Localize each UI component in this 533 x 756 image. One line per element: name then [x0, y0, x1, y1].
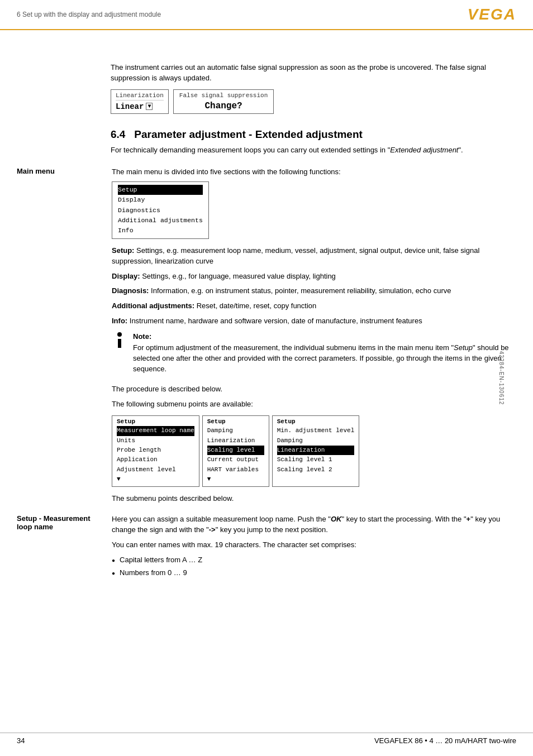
side-text: 42284-EN-130612	[498, 351, 505, 405]
setup-measurement-text1: Here you can assign a suitable measureme…	[112, 514, 516, 535]
lcd-false-signal: False signal suppression Change?	[173, 89, 274, 114]
lcd-container: Linearization Linear ▼ False signal supp…	[111, 89, 516, 114]
setup-italic: Setup	[454, 343, 473, 352]
panel3-item-2: Damping	[277, 436, 355, 446]
panel3-item-3: Linearization	[277, 446, 355, 455]
panel1-item-2: Units	[117, 436, 194, 446]
intro-paragraph: The instrument carries out an automatic …	[111, 63, 516, 84]
menu-item-setup: Setup	[118, 185, 203, 195]
def-display-desc: Settings, e.g., for language, measured v…	[142, 272, 336, 280]
panel1-title: Setup	[117, 418, 194, 425]
submenu-panel-1: Setup Measurement loop name Units Probe …	[112, 415, 199, 487]
section-number: 6.4	[111, 128, 125, 140]
ok-key: OK	[331, 515, 342, 523]
vega-logo: VEGA	[468, 6, 516, 23]
def-setup: Setup: Settings, e.g. measurement loop n…	[112, 246, 516, 267]
footer-product: VEGAFLEX 86 • 4 … 20 mA/HART two-wire	[374, 736, 516, 745]
panel2-item-4: Current output	[207, 455, 264, 465]
arrow-key: ->	[209, 525, 216, 534]
left-col-setup: Setup - Measurementloop name	[17, 514, 106, 581]
section-title: Parameter adjustment - Extended adjustme…	[134, 128, 363, 140]
def-diagnosis-desc: Information, e.g. on instrument status, …	[151, 286, 451, 295]
def-info-term: Info:	[112, 317, 127, 325]
main-menu-section: Main menu The main menu is divided into …	[17, 167, 516, 509]
bullet-item-1: Capital letters from A … Z	[112, 555, 516, 566]
panel3-item-5: Scaling level 2	[277, 465, 355, 475]
setup-measurement-section: Setup - Measurementloop name Here you ca…	[17, 514, 516, 581]
menu-item-info: Info	[118, 226, 203, 236]
plus-key: +	[467, 515, 471, 523]
extended-adjustment-italic: Extended adjustment	[390, 146, 458, 154]
panel3-title: Setup	[277, 418, 355, 425]
def-additional-desc: Reset, date/time, reset, copy function	[197, 302, 317, 310]
note-dot	[117, 332, 122, 337]
footer-page: 34	[17, 736, 25, 745]
def-diagnosis: Diagnosis: Information, e.g. on instrume…	[112, 286, 516, 296]
panel1-item-3: Probe length	[117, 446, 194, 455]
panel2-item-1: Damping	[207, 426, 264, 436]
def-info: Info: Instrument name, hardware and soft…	[112, 316, 516, 327]
panel1-item-1: Measurement loop name	[117, 426, 194, 436]
def-display-term: Display:	[112, 272, 140, 280]
note-icon	[112, 332, 127, 348]
note-text: For optimum adjustment of the measuremen…	[133, 343, 516, 375]
right-col-main-menu: The main menu is divided into five secti…	[106, 167, 516, 509]
left-col-main-menu: Main menu	[17, 167, 106, 509]
right-col-setup: Here you can assign a suitable measureme…	[106, 514, 516, 581]
def-diagnosis-term: Diagnosis:	[112, 286, 149, 295]
panel2-item-2: Linearization	[207, 436, 264, 446]
section-heading: 6.4 Parameter adjustment - Extended adju…	[111, 128, 516, 141]
def-info-desc: Instrument name, hardware and software v…	[130, 317, 422, 325]
lcd-linearization-value: Linear ▼	[116, 102, 164, 111]
section-heading-area: 6.4 Parameter adjustment - Extended adju…	[17, 128, 516, 160]
panel1-item-4: Application	[117, 455, 194, 465]
submenu-panel-2: Setup Damping Linearization Scaling leve…	[202, 415, 269, 487]
note-title: Note:	[133, 332, 516, 341]
def-setup-term: Setup:	[112, 246, 134, 255]
setup-measurement-text2: You can enter names with max. 19 charact…	[112, 540, 516, 551]
bullet-item-2: Numbers from 0 … 9	[112, 568, 516, 578]
note-content: Note: For optimum adjustment of the meas…	[133, 332, 516, 379]
panel1-item-5: Adjustment level	[117, 465, 194, 475]
note-bar	[118, 339, 121, 348]
section-intro: For technically demanding measurement lo…	[111, 145, 516, 156]
menu-item-additional: Additional adjustments	[118, 216, 203, 226]
dropdown-arrow-icon: ▼	[146, 103, 153, 110]
setup-measurement-label: Setup - Measurementloop name	[17, 514, 90, 531]
def-additional: Additional adjustments: Reset, date/time…	[112, 301, 516, 312]
main-menu-box: Setup Display Diagnostics Additional adj…	[112, 181, 209, 238]
panel3-item-4: Scaling level 1	[277, 455, 355, 465]
panel3-item-1: Min. adjustment level	[277, 426, 355, 436]
submenu-panel-3: Setup Min. adjustment level Damping Line…	[272, 415, 360, 487]
def-additional-term: Additional adjustments:	[112, 302, 194, 310]
header-rule	[0, 29, 533, 30]
def-setup-desc: Settings, e.g. measurement loop name, me…	[112, 246, 479, 265]
panel2-arrow: ▼	[207, 475, 264, 484]
bullet-list: Capital letters from A … Z Numbers from …	[112, 555, 516, 578]
footer: 34 VEGAFLEX 86 • 4 … 20 mA/HART two-wire	[0, 733, 533, 745]
submenu-outro: The submenu points described below.	[112, 494, 516, 504]
menu-item-diagnostics: Diagnostics	[118, 205, 203, 216]
page-container: 6 Set up with the display and adjustment…	[0, 0, 533, 756]
panel2-item-3: Scaling level	[207, 446, 264, 455]
panel2-title: Setup	[207, 418, 264, 425]
header-chapter: 6 Set up with the display and adjustment…	[17, 11, 161, 18]
main-menu-label: Main menu	[17, 167, 55, 175]
header-bar: 6 Set up with the display and adjustment…	[0, 0, 533, 29]
content-area: The instrument carries out an automatic …	[0, 29, 533, 615]
lcd-linearization: Linearization Linear ▼	[111, 89, 169, 114]
intro-section: The instrument carries out an automatic …	[17, 63, 516, 123]
submenu-intro: The procedure is described below.	[112, 384, 516, 395]
lcd-linearization-title: Linearization	[116, 92, 164, 101]
main-menu-description: The main menu is divided into five secti…	[112, 167, 516, 178]
menu-item-display: Display	[118, 195, 203, 205]
note-container: Note: For optimum adjustment of the meas…	[112, 332, 516, 379]
def-display: Display: Settings, e.g., for language, m…	[112, 271, 516, 282]
panel2-item-5: HART variables	[207, 465, 264, 475]
panel1-arrow: ▼	[117, 475, 194, 484]
lcd-false-signal-title: False signal suppression	[179, 92, 268, 99]
lcd-false-signal-value: Change?	[204, 101, 242, 111]
submenu-panels: Setup Measurement loop name Units Probe …	[112, 415, 516, 487]
submenu-intro2: The following submenu points are availab…	[112, 399, 516, 410]
